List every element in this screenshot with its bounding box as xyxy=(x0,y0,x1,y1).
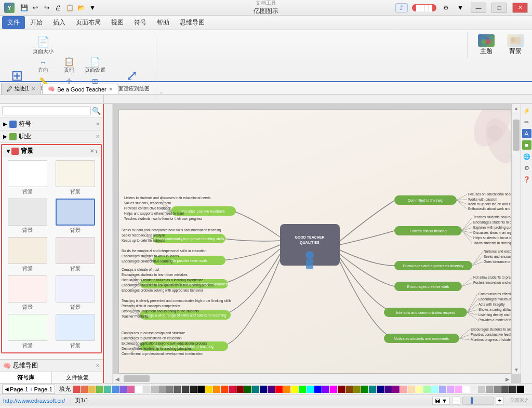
zoom-out-button[interactable]: — xyxy=(452,397,460,405)
menu-symbol[interactable]: 符号 xyxy=(129,16,152,29)
status-url[interactable]: http://www.edrawsoft.cn/ xyxy=(3,398,65,404)
color-swatch[interactable] xyxy=(221,386,228,393)
color-swatch-extra[interactable] xyxy=(314,386,322,393)
color-swatch-extra[interactable] xyxy=(400,386,407,393)
menu-start[interactable]: 开始 xyxy=(25,16,48,29)
menu-insert[interactable]: 插入 xyxy=(48,16,71,29)
bg-item-5[interactable]: 背景 xyxy=(53,237,98,272)
theme-button[interactable]: 主题 xyxy=(474,32,499,58)
menu-mindmap[interactable]: 思维导图 xyxy=(175,16,210,29)
user-area[interactable]: ████ xyxy=(412,4,436,11)
minimize-button[interactable]: — xyxy=(471,3,486,13)
menu-view[interactable]: 视图 xyxy=(106,16,129,29)
symbol-search-input[interactable] xyxy=(2,106,91,115)
panel-icon-7[interactable]: ❓ xyxy=(522,175,531,184)
color-swatch[interactable] xyxy=(229,386,236,393)
color-swatch[interactable] xyxy=(166,386,174,393)
color-swatch[interactable] xyxy=(151,386,158,393)
bg-item-3[interactable]: 背景 xyxy=(53,199,98,234)
color-swatch-extra[interactable] xyxy=(494,386,501,393)
color-swatch-extra[interactable] xyxy=(439,386,446,393)
color-swatch-extra[interactable] xyxy=(283,386,290,393)
color-swatch-extra[interactable] xyxy=(509,386,516,393)
color-swatch[interactable] xyxy=(197,386,205,393)
color-swatch-extra[interactable] xyxy=(361,386,368,393)
bg-item-0[interactable]: 背景 xyxy=(5,160,50,195)
color-swatch-extra[interactable] xyxy=(455,386,462,393)
color-swatch[interactable] xyxy=(96,386,103,393)
sidebar-tab-symbols[interactable]: 符号库 xyxy=(0,372,52,383)
page-setup-button[interactable]: 📄 页面设置 xyxy=(83,56,107,75)
tab-drawing1-close[interactable]: ✕ xyxy=(31,86,35,91)
page-num-button[interactable]: 📋 页码 xyxy=(57,56,81,75)
color-swatch[interactable] xyxy=(73,386,80,393)
color-swatch-extra[interactable] xyxy=(384,386,392,393)
color-swatch-extra[interactable] xyxy=(501,386,509,393)
bg-expand-arrow[interactable]: › xyxy=(95,147,98,155)
scroll-thumb-v[interactable] xyxy=(513,120,520,151)
color-swatch[interactable] xyxy=(236,386,244,393)
symbol-section-close[interactable]: ✕ xyxy=(96,121,100,127)
color-swatch-extra[interactable] xyxy=(416,386,423,393)
color-swatch[interactable] xyxy=(143,386,150,393)
expand-arrow[interactable]: ⌵ xyxy=(159,89,163,95)
add-page-button[interactable]: + xyxy=(29,386,33,393)
scrollbar-vertical[interactable]: ▲ ▼ xyxy=(511,104,521,374)
search-icon[interactable]: 🔍 xyxy=(92,107,101,115)
dropdown-button[interactable]: ▼ xyxy=(87,3,98,13)
color-swatch-extra[interactable] xyxy=(462,386,470,393)
redo-button[interactable]: ↪ xyxy=(42,3,52,13)
color-swatch-extra[interactable] xyxy=(291,386,298,393)
color-swatch-extra[interactable] xyxy=(345,386,353,393)
background-button[interactable]: 背景 xyxy=(503,32,528,58)
prev-page-button[interactable]: ◀ xyxy=(5,386,9,392)
mindmap-section-close[interactable]: ✕ xyxy=(96,363,100,368)
color-swatch-extra[interactable] xyxy=(369,386,376,393)
bg-item-1[interactable]: 背景 xyxy=(53,160,98,195)
panel-icon-2[interactable]: ✏ xyxy=(522,117,531,127)
color-swatch-extra[interactable] xyxy=(299,386,306,393)
color-swatch-extra[interactable] xyxy=(478,386,485,393)
orientation-button[interactable]: ↔ 方向 xyxy=(31,57,55,75)
save-button[interactable]: 💾 xyxy=(19,3,29,13)
page-size-button[interactable]: 📄 页面大小 xyxy=(31,34,55,56)
zoom-slider[interactable] xyxy=(462,397,494,405)
sidebar-tab-recovery[interactable]: 文件恢复 xyxy=(52,372,103,383)
color-swatch[interactable] xyxy=(205,386,212,393)
panel-icon-1[interactable]: ⚡ xyxy=(522,106,531,115)
new-button[interactable]: 📋 xyxy=(64,3,75,13)
color-swatch-extra[interactable] xyxy=(377,386,384,393)
color-swatch-extra[interactable] xyxy=(307,386,314,393)
bg-item-6[interactable]: 背景 xyxy=(5,275,50,311)
panel-icon-4[interactable]: ■ xyxy=(522,140,531,150)
color-swatch[interactable] xyxy=(112,386,119,393)
settings-button[interactable]: ⚙ xyxy=(441,3,451,13)
color-swatch-extra[interactable] xyxy=(338,386,345,393)
tab-teacher-close[interactable]: ✕ xyxy=(109,86,113,92)
background-section-header[interactable]: ▼ 背景 ✕ › xyxy=(2,145,101,157)
color-swatch-extra[interactable] xyxy=(517,386,524,393)
panel-icon-5[interactable]: 🌐 xyxy=(522,152,531,161)
color-swatch[interactable] xyxy=(174,386,181,393)
panel-icon-3[interactable]: A xyxy=(522,129,531,138)
color-swatch[interactable] xyxy=(119,386,127,393)
bg-item-4[interactable]: 背景 xyxy=(5,237,50,272)
maximize-button[interactable]: □ xyxy=(491,3,507,13)
menu-help[interactable]: 帮助 xyxy=(152,16,175,29)
scroll-up-button[interactable]: ▲ xyxy=(513,104,520,112)
share-button[interactable]: ⤴ xyxy=(395,3,408,12)
bg-item-7[interactable]: 背景 xyxy=(53,275,98,311)
undo-button[interactable]: ↩ xyxy=(30,3,41,13)
menu-file[interactable]: 文件 xyxy=(2,16,25,29)
bg-section-close[interactable]: ✕ xyxy=(90,148,94,154)
color-swatch-extra[interactable] xyxy=(486,386,493,393)
bg-item-8[interactable]: 背景 xyxy=(5,314,50,349)
color-swatch-extra[interactable] xyxy=(447,386,454,393)
menu-layout[interactable]: 页面布局 xyxy=(71,16,106,29)
color-swatch-extra[interactable] xyxy=(431,386,438,393)
color-swatch[interactable] xyxy=(260,386,267,393)
zoom-in-button[interactable]: + xyxy=(496,397,504,405)
tab-drawing1[interactable]: 🖊 绘图1 ✕ xyxy=(1,83,41,94)
scroll-right-button[interactable]: ▶ xyxy=(504,375,511,383)
tab-teacher[interactable]: 🧠 Be a Good Teacher ✕ xyxy=(42,84,118,94)
